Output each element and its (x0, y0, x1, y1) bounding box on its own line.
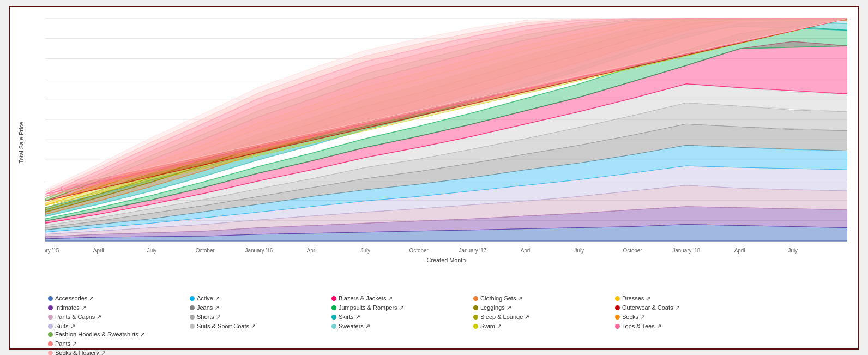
legend-dot-outerwear (615, 305, 620, 310)
legend-item-suits: Suits ↗ (48, 323, 190, 330)
legend-dot-clothing-sets (473, 296, 478, 301)
legend-label-socks-hosiery: Socks & Hosiery ↗ (55, 350, 106, 356)
legend-dot-pants (48, 341, 53, 346)
legend-dot-active (190, 296, 195, 301)
legend-dot-shorts (190, 315, 195, 320)
svg-text:January '17: January '17 (459, 247, 487, 253)
legend-dot-suits-sport (190, 324, 195, 329)
legend-item-socks-hosiery: Socks & Hosiery ↗ (48, 350, 206, 356)
legend-dot-sweaters (331, 324, 336, 329)
y-axis-label: Total Sale Price (18, 122, 25, 163)
main-chart-svg: $0.00 $10,000.00 $20,000.00 $30,000.00 $… (45, 18, 847, 263)
legend-item-socks: Socks ↗ (615, 314, 757, 321)
legend-dot-sleep-lounge (473, 315, 478, 320)
legend-label-jeans: Jeans ↗ (197, 304, 219, 311)
legend-dot-socks (615, 315, 620, 320)
legend-label-blazers: Blazers & Jackets ↗ (339, 295, 393, 302)
legend-label-pants: Pants ↗ (55, 340, 77, 347)
legend-label-socks: Socks ↗ (622, 314, 645, 321)
legend-item-fashion-hoodies: Fashion Hoodies & Sweatshirts ↗ (48, 331, 206, 338)
chart-container: Total Sale Price $0.00 $10,000.00 (9, 6, 859, 350)
svg-text:October: October (196, 247, 215, 253)
svg-text:July: July (788, 247, 798, 253)
legend-item-outerwear: Outerwear & Coats ↗ (615, 304, 757, 311)
legend-col-4: Clothing Sets ↗ Leggings ↗ Sleep & Loung… (473, 295, 615, 330)
chart-area: Total Sale Price $0.00 $10,000.00 (15, 13, 853, 291)
legend-label-dresses: Dresses ↗ (622, 295, 650, 302)
legend-item-pants: Pants ↗ (48, 340, 206, 347)
legend-label-intimates: Intimates ↗ (55, 304, 86, 311)
legend-item-clothing-sets: Clothing Sets ↗ (473, 295, 615, 302)
legend-label-outerwear: Outerwear & Coats ↗ (622, 304, 680, 311)
svg-text:April: April (307, 247, 318, 253)
legend-item-suits-sport: Suits & Sport Coats ↗ (190, 323, 331, 330)
legend-item-jumpsuits: Jumpsuits & Rompers ↗ (331, 304, 473, 311)
legend-label-clothing-sets: Clothing Sets ↗ (480, 295, 522, 302)
svg-text:January '15: January '15 (45, 247, 59, 253)
svg-text:July: July (575, 247, 584, 253)
svg-text:January '18: January '18 (672, 247, 700, 253)
legend-item-accessories: Accessories ↗ (48, 295, 190, 302)
legend-col-6: Fashion Hoodies & Sweatshirts ↗ Pants ↗ … (48, 331, 206, 356)
legend-dot-jumpsuits (331, 305, 336, 310)
legend-col-2: Active ↗ Jeans ↗ Shorts ↗ Suits & Sport … (190, 295, 331, 330)
legend-dot-jeans (190, 305, 195, 310)
legend-dot-pants-capris (48, 315, 53, 320)
legend-label-tops-tees: Tops & Tees ↗ (622, 323, 661, 330)
legend-dot-accessories (48, 296, 53, 301)
legend-label-pants-capris: Pants & Capris ↗ (55, 314, 101, 321)
legend-col-1: Accessories ↗ Intimates ↗ Pants & Capris… (48, 295, 190, 330)
legend-dot-socks-hosiery (48, 351, 53, 356)
legend-label-suits: Suits ↗ (55, 323, 75, 330)
legend-label-swim: Swim ↗ (480, 323, 502, 330)
legend-label-suits-sport: Suits & Sport Coats ↗ (197, 323, 256, 330)
legend-label-sleep-lounge: Sleep & Lounge ↗ (480, 314, 529, 321)
svg-text:July: July (147, 247, 157, 253)
legend-item-leggings: Leggings ↗ (473, 304, 615, 311)
legend-label-fashion-hoodies: Fashion Hoodies & Sweatshirts ↗ (55, 331, 145, 338)
legend-dot-suits (48, 324, 53, 329)
legend-label-sweaters: Sweaters ↗ (339, 323, 370, 330)
legend-label-accessories: Accessories ↗ (55, 295, 94, 302)
legend-dot-leggings (473, 305, 478, 310)
svg-text:July: July (361, 247, 371, 253)
legend-item-shorts: Shorts ↗ (190, 314, 331, 321)
legend-dot-skirts (331, 315, 336, 320)
legend-dot-dresses (615, 296, 620, 301)
legend-label-jumpsuits: Jumpsuits & Rompers ↗ (339, 304, 404, 311)
legend-item-dresses: Dresses ↗ (615, 295, 757, 302)
legend-item-sweaters: Sweaters ↗ (331, 323, 473, 330)
legend-dot-blazers (331, 296, 336, 301)
legend-col-3: Blazers & Jackets ↗ Jumpsuits & Rompers … (331, 295, 473, 330)
legend-item-intimates: Intimates ↗ (48, 304, 190, 311)
legend-dot-fashion-hoodies (48, 332, 53, 337)
chart-inner: $0.00 $10,000.00 $20,000.00 $30,000.00 $… (45, 18, 847, 263)
legend-label-skirts: Skirts ↗ (339, 314, 360, 321)
legend-dot-swim (473, 324, 478, 329)
legend-item-pants-capris: Pants & Capris ↗ (48, 314, 190, 321)
legend-label-active: Active ↗ (197, 295, 220, 302)
svg-text:Created Month: Created Month (427, 256, 466, 263)
legend-col-5: Dresses ↗ Outerwear & Coats ↗ Socks ↗ To… (615, 295, 757, 330)
legend-item-active: Active ↗ (190, 295, 331, 302)
legend-item-blazers: Blazers & Jackets ↗ (331, 295, 473, 302)
legend-dot-intimates (48, 305, 53, 310)
svg-text:April: April (734, 247, 745, 253)
legend-item-swim: Swim ↗ (473, 323, 615, 330)
svg-text:October: October (409, 247, 429, 253)
svg-text:April: April (521, 247, 532, 253)
svg-text:April: April (93, 247, 104, 253)
legend-item-tops-tees: Tops & Tees ↗ (615, 323, 757, 330)
legend-item-skirts: Skirts ↗ (331, 314, 473, 321)
legend-item-jeans: Jeans ↗ (190, 304, 331, 311)
svg-text:October: October (623, 247, 643, 253)
legend-label-shorts: Shorts ↗ (197, 314, 221, 321)
legend-dot-tops-tees (615, 324, 620, 329)
chart-legend: Accessories ↗ Intimates ↗ Pants & Capris… (15, 291, 853, 356)
svg-text:January '16: January '16 (245, 247, 273, 253)
legend-label-leggings: Leggings ↗ (480, 304, 511, 311)
legend-item-sleep-lounge: Sleep & Lounge ↗ (473, 314, 615, 321)
